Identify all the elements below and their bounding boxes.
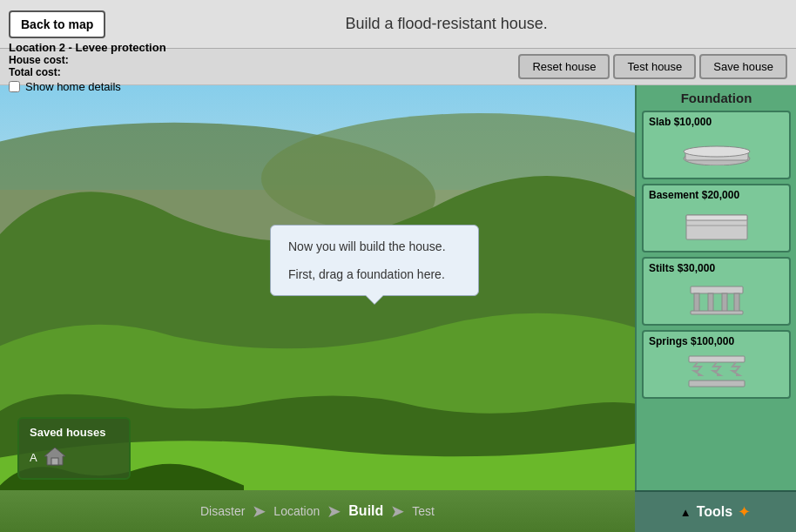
svg-rect-17: [689, 380, 745, 387]
test-house-button[interactable]: Test house: [613, 54, 696, 79]
page-title: Build a flood-resistant house.: [105, 15, 787, 33]
basement-label: Basement $20,000: [649, 189, 784, 201]
nav-step-build: Build: [348, 503, 383, 519]
show-details-text: Show home details: [25, 80, 121, 93]
location-info: Location 2 - Levee protection House cost…: [9, 41, 518, 93]
basement-image: [649, 204, 784, 247]
location-name: Location 2 - Levee protection: [9, 41, 518, 54]
scene: Now you will build the house. First, dra…: [0, 85, 796, 532]
nav-step-location: Location: [273, 504, 320, 518]
nav-step-disaster: Disaster: [200, 504, 245, 518]
back-to-map-button[interactable]: Back to map: [9, 10, 105, 38]
saved-houses-title: Saved houses: [30, 426, 118, 439]
svg-rect-15: [691, 311, 743, 314]
svg-rect-13: [722, 293, 727, 313]
tooltip-line1: Now you will build the house.: [288, 239, 461, 253]
show-details-checkbox[interactable]: [9, 81, 20, 92]
slab-label: Slab $10,000: [649, 116, 784, 128]
action-bar: Location 2 - Levee protection House cost…: [0, 49, 796, 85]
foundation-stilts[interactable]: Stilts $30,000: [642, 257, 791, 326]
nav-arrow-2: ➤: [327, 501, 341, 522]
foundation-basement[interactable]: Basement $20,000: [642, 184, 791, 253]
bottom-nav: Disaster ➤ Location ➤ Build ➤ Test: [0, 490, 635, 532]
svg-rect-16: [689, 356, 745, 362]
total-cost-label: Total cost:: [9, 66, 518, 78]
stilts-label: Stilts $30,000: [649, 262, 784, 274]
tools-button[interactable]: ▲ Tools ✦: [635, 490, 796, 532]
slab-image: [649, 131, 784, 174]
house-icon: [43, 444, 67, 471]
tooltip-bubble: Now you will build the house. First, dra…: [270, 225, 479, 296]
nav-step-test: Test: [412, 504, 435, 518]
svg-point-6: [684, 146, 750, 157]
svg-rect-14: [734, 293, 739, 313]
tooltip-line2: First, drag a foundation here.: [288, 267, 461, 281]
tools-arrow-icon: ▲: [680, 506, 691, 519]
save-house-button[interactable]: Save house: [699, 54, 787, 79]
springs-label: Springs $100,000: [649, 335, 784, 347]
svg-rect-10: [691, 286, 743, 293]
foundation-slab[interactable]: Slab $10,000: [642, 111, 791, 179]
foundation-panel-title: Foundation: [642, 91, 791, 105]
tools-star-icon: ✦: [738, 502, 751, 522]
saved-houses-panel: Saved houses A: [17, 417, 131, 480]
house-cost-label: House cost:: [9, 54, 518, 66]
saved-house-item: A: [30, 444, 118, 471]
right-panel: Foundation Slab $10,000 Basement $20,: [635, 85, 796, 532]
saved-house-label: A: [30, 451, 37, 464]
foundation-springs[interactable]: Springs $100,000: [642, 330, 791, 399]
show-details-row: Show home details: [9, 80, 518, 93]
svg-rect-8: [686, 215, 747, 220]
nav-arrow-1: ➤: [252, 501, 266, 522]
action-buttons: Reset house Test house Save house: [518, 54, 787, 79]
reset-house-button[interactable]: Reset house: [518, 54, 610, 79]
nav-arrow-3: ➤: [390, 501, 405, 522]
svg-rect-12: [708, 293, 713, 313]
main-container: Back to map Build a flood-resistant hous…: [0, 0, 796, 532]
tools-label: Tools: [697, 504, 732, 520]
stilts-image: [649, 277, 784, 320]
springs-image: [649, 350, 784, 394]
svg-rect-11: [694, 293, 699, 313]
svg-rect-3: [51, 458, 58, 465]
